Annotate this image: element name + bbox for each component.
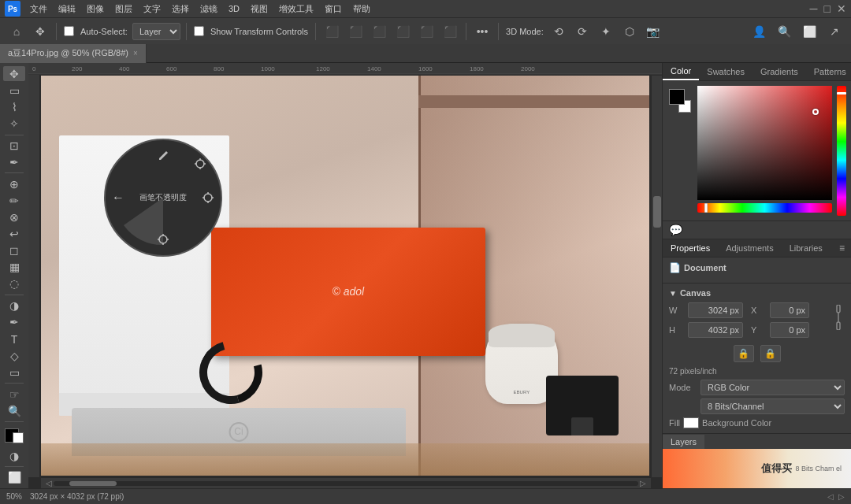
menu-layer[interactable]: 图层 bbox=[110, 2, 137, 17]
eyedropper-tool[interactable]: ✒ bbox=[3, 154, 25, 169]
menu-view[interactable]: 视图 bbox=[246, 2, 273, 17]
history-tool[interactable]: ↩ bbox=[3, 227, 25, 242]
horizontal-scrollbar[interactable]: ◁ ▷ bbox=[41, 477, 651, 488]
chain-link-icon[interactable] bbox=[832, 304, 845, 331]
type-tool[interactable]: T bbox=[3, 332, 25, 346]
patterns-tab[interactable]: Patterns bbox=[806, 64, 851, 80]
properties-tab[interactable]: Properties bbox=[663, 239, 718, 257]
home-btn[interactable]: ⌂ bbox=[6, 21, 27, 42]
hand-tool[interactable]: ☞ bbox=[3, 387, 25, 402]
move-tool[interactable]: ✥ bbox=[3, 66, 25, 81]
saturation-brightness-picker[interactable] bbox=[697, 86, 832, 200]
3d-btn-1[interactable]: ⟲ bbox=[548, 21, 569, 42]
menu-help[interactable]: 帮助 bbox=[348, 2, 375, 17]
spectrum-bar[interactable] bbox=[837, 86, 846, 216]
menu-window[interactable]: 窗口 bbox=[320, 2, 347, 17]
hue-slider[interactable] bbox=[697, 203, 832, 213]
more-btn[interactable]: ••• bbox=[472, 21, 492, 42]
radial-item-right[interactable] bbox=[197, 187, 219, 209]
search-icon-btn[interactable]: 🔍 bbox=[774, 21, 794, 42]
stamp-tool[interactable]: ⊗ bbox=[3, 209, 25, 224]
menu-file[interactable]: 文件 bbox=[25, 2, 52, 17]
align-bottom-btn[interactable]: ⬛ bbox=[440, 21, 460, 42]
lock-width-btn[interactable]: 🔒 bbox=[734, 345, 754, 362]
radial-item-top[interactable] bbox=[152, 145, 174, 167]
color-gradient-picker[interactable] bbox=[697, 86, 832, 216]
zoom-tool[interactable]: 🔍 bbox=[3, 403, 25, 418]
height-input[interactable] bbox=[688, 322, 743, 338]
nav-next-btn[interactable]: ▷ bbox=[838, 492, 845, 501]
nav-prev-btn[interactable]: ◁ bbox=[827, 492, 834, 501]
dodge-tool[interactable]: ◑ bbox=[3, 298, 25, 313]
x-input[interactable] bbox=[770, 302, 809, 318]
libraries-tab[interactable]: Libraries bbox=[782, 239, 831, 257]
brush-tool[interactable]: ✏ bbox=[3, 193, 25, 208]
prop-panel-menu[interactable]: ≡ bbox=[833, 239, 851, 257]
path-tool[interactable]: ◇ bbox=[3, 348, 25, 363]
canvas-header[interactable]: ▼ Canvas bbox=[669, 288, 845, 298]
radial-menu[interactable]: 画笔不透明度 ← bbox=[104, 139, 222, 257]
lock-height-btn[interactable]: 🔒 bbox=[760, 345, 781, 362]
width-input[interactable] bbox=[688, 302, 743, 318]
menu-type[interactable]: 文字 bbox=[139, 2, 165, 17]
radial-item-topright[interactable] bbox=[189, 153, 211, 175]
mode-select[interactable]: RGB Color CMYK Grayscale bbox=[700, 380, 845, 395]
shape-tool[interactable]: ▭ bbox=[3, 365, 25, 380]
align-right-btn[interactable]: ⬛ bbox=[369, 21, 389, 42]
background-color[interactable] bbox=[13, 432, 24, 443]
auto-select-checkbox[interactable] bbox=[64, 26, 74, 36]
scroll-left-btn[interactable]: ◁ bbox=[44, 479, 54, 487]
layer-select[interactable]: Layer Group bbox=[132, 23, 180, 40]
menu-filter[interactable]: 滤镜 bbox=[195, 2, 222, 17]
marquee-tool[interactable]: ▭ bbox=[3, 83, 25, 98]
screen-mode-btn[interactable]: ⬜ bbox=[3, 470, 25, 485]
blur-tool[interactable]: ◌ bbox=[3, 276, 25, 291]
show-transform-checkbox[interactable] bbox=[194, 26, 204, 36]
menu-3d[interactable]: 3D bbox=[224, 2, 244, 15]
3d-btn-5[interactable]: 📷 bbox=[643, 21, 663, 42]
move-tool-btn[interactable]: ✥ bbox=[30, 21, 50, 42]
menu-image[interactable]: 图像 bbox=[82, 2, 109, 17]
eraser-tool[interactable]: ◻ bbox=[3, 243, 25, 258]
scroll-thumb[interactable] bbox=[69, 481, 117, 486]
pen-tool[interactable]: ✒ bbox=[3, 315, 25, 330]
3d-btn-4[interactable]: ⬡ bbox=[619, 21, 640, 42]
align-middle-btn[interactable]: ⬛ bbox=[416, 21, 437, 42]
menu-plugins[interactable]: 增效工具 bbox=[274, 2, 318, 17]
3d-btn-3[interactable]: ✦ bbox=[596, 21, 616, 42]
align-top-btn[interactable]: ⬛ bbox=[392, 21, 413, 42]
quick-mask-btn[interactable]: ◑ bbox=[3, 448, 25, 463]
radial-item-left[interactable]: ← bbox=[107, 187, 129, 209]
lasso-tool[interactable]: ⌇ bbox=[3, 99, 25, 114]
fill-color-box[interactable] bbox=[683, 417, 699, 428]
align-center-btn[interactable]: ⬛ bbox=[345, 21, 366, 42]
gradients-tab[interactable]: Gradients bbox=[753, 64, 806, 80]
fg-swatch[interactable] bbox=[669, 89, 685, 105]
y-input[interactable] bbox=[770, 322, 809, 338]
color-tab[interactable]: Color bbox=[663, 63, 699, 80]
scroll-right-btn[interactable]: ▷ bbox=[638, 479, 648, 487]
user-icon-btn[interactable]: 👤 bbox=[749, 21, 769, 42]
vertical-scroll-thumb[interactable] bbox=[653, 196, 661, 228]
close-btn[interactable]: ✕ bbox=[837, 2, 846, 15]
layers-tab[interactable]: Layers bbox=[663, 435, 704, 449]
menu-select[interactable]: 选择 bbox=[167, 2, 194, 17]
gradient-tool[interactable]: ▦ bbox=[3, 260, 25, 275]
3d-btn-2[interactable]: ⟳ bbox=[572, 21, 593, 42]
canvas-image-container[interactable]: © adol EBURY Ci bbox=[41, 76, 649, 476]
minimize-btn[interactable]: ─ bbox=[810, 2, 818, 15]
radial-item-bottom[interactable] bbox=[152, 228, 174, 250]
swatches-tab[interactable]: Swatches bbox=[699, 64, 753, 80]
bits-select[interactable]: 8 Bits/Channel 16 Bits/Channel 32 Bits/C… bbox=[700, 398, 845, 414]
window-btn[interactable]: ⬜ bbox=[799, 21, 819, 42]
vertical-scrollbar[interactable] bbox=[651, 76, 662, 477]
align-left-btn[interactable]: ⬛ bbox=[321, 21, 342, 42]
adjustments-tab[interactable]: Adjustments bbox=[718, 239, 782, 257]
crop-tool[interactable]: ⊡ bbox=[3, 138, 25, 153]
document-tab[interactable]: a豆14Pro.jpg @ 50% (RGB/8#) × bbox=[0, 44, 147, 63]
canvas-area[interactable]: 0 200 400 600 800 1000 1200 1400 1600 18… bbox=[28, 63, 662, 488]
share-btn[interactable]: ↗ bbox=[824, 21, 845, 42]
healing-tool[interactable]: ⊕ bbox=[3, 176, 25, 191]
menu-edit[interactable]: 编辑 bbox=[54, 2, 80, 17]
quick-select-tool[interactable]: ✧ bbox=[3, 116, 25, 131]
